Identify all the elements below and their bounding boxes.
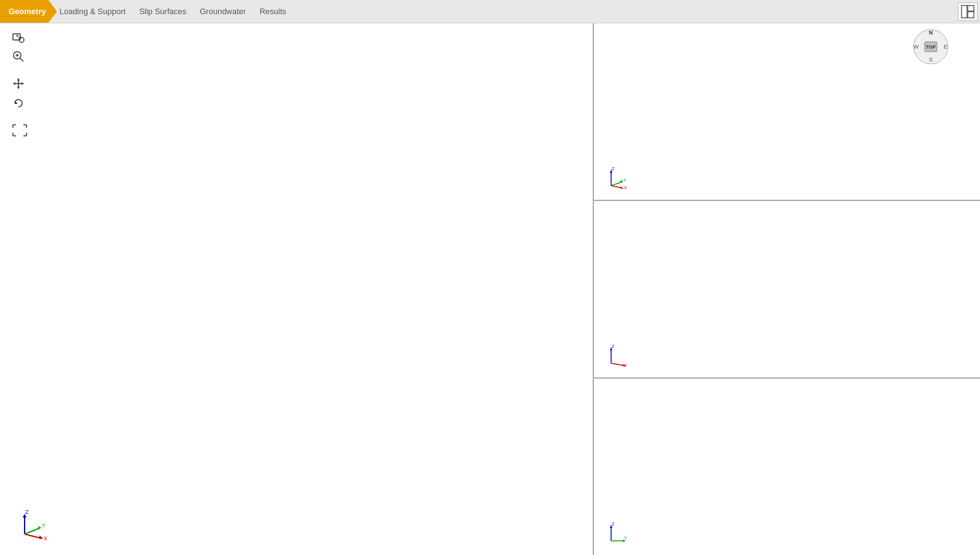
tab-geometry-label: Geometry	[9, 7, 46, 16]
tab-geometry[interactable]: Geometry	[0, 0, 57, 23]
tab-loading-support-label: Loading & Support	[60, 7, 126, 16]
tab-groundwater-label: Groundwater	[200, 7, 246, 16]
svg-text:S: S	[929, 57, 933, 63]
svg-text:Y: Y	[623, 178, 626, 183]
rv1-axes: Z Y X	[604, 166, 628, 192]
svg-marker-18	[15, 101, 18, 104]
svg-text:E: E	[944, 44, 947, 50]
zoom-in-button[interactable]	[10, 48, 27, 65]
svg-line-55	[611, 363, 625, 366]
tab-loading-support[interactable]: Loading & Support	[51, 0, 137, 23]
svg-text:Y: Y	[42, 522, 45, 529]
fit-extents-button[interactable]	[10, 122, 30, 139]
svg-marker-17	[22, 82, 24, 85]
svg-text:N: N	[929, 30, 933, 36]
zoom-in-icon	[12, 50, 25, 63]
main-axes-indicator: Z X Y	[12, 506, 49, 545]
tab-slip-surfaces-label: Slip Surfaces	[139, 7, 186, 16]
main-content: Z X Y N S W E	[0, 23, 980, 555]
svg-text:TOP: TOP	[926, 44, 936, 50]
svg-text:Z: Z	[25, 509, 29, 515]
svg-text:Z: Z	[612, 167, 615, 171]
svg-text:Z: Z	[612, 522, 615, 526]
compass-svg: N S W E TOP	[912, 28, 949, 65]
right-viewport-3: Z Y	[594, 379, 980, 555]
rv3-axes: Z Y	[604, 521, 628, 548]
layout-button[interactable]	[958, 2, 978, 21]
rv3-axes-svg: Z Y	[604, 521, 628, 546]
tab-results-label: Results	[259, 7, 286, 16]
pan-button[interactable]	[10, 75, 27, 92]
reset-button[interactable]	[10, 95, 27, 112]
svg-marker-15	[17, 87, 20, 89]
compass-container: N S W E TOP	[912, 28, 949, 65]
svg-text:W: W	[914, 44, 919, 50]
right-viewport-2: Z X	[594, 201, 980, 379]
svg-line-30	[25, 534, 42, 538]
compass: N S W E TOP	[912, 28, 949, 65]
svg-text:Z: Z	[612, 344, 615, 348]
left-viewport: Z X Y	[0, 23, 594, 555]
rv1-axes-svg: Z Y X	[604, 166, 628, 191]
svg-text:X: X	[44, 535, 47, 541]
svg-rect-0	[962, 6, 967, 18]
svg-line-33	[25, 528, 40, 534]
svg-marker-50	[620, 186, 623, 189]
viewport-toolbar	[10, 28, 30, 139]
rv2-axes: Z X	[604, 344, 628, 370]
svg-marker-31	[39, 535, 43, 539]
svg-text:Y: Y	[624, 536, 627, 540]
rv2-axes-svg: Z X	[604, 344, 628, 368]
svg-text:X: X	[624, 363, 627, 368]
layout-icon	[961, 5, 974, 18]
zoom-window-icon	[12, 31, 25, 43]
svg-marker-16	[13, 82, 15, 85]
svg-line-46	[611, 182, 622, 186]
tab-groundwater[interactable]: Groundwater	[191, 0, 257, 23]
fit-extents-icon	[12, 124, 27, 136]
right-panel: N S W E TOP Z Y	[594, 23, 980, 555]
tab-bar: Geometry Loading & Support Slip Surfaces…	[0, 0, 980, 23]
zoom-window-button[interactable]	[10, 28, 27, 45]
svg-marker-14	[17, 78, 20, 81]
svg-line-11	[20, 58, 24, 62]
tab-slip-surfaces[interactable]: Slip Surfaces	[130, 0, 197, 23]
svg-text:X: X	[624, 186, 627, 190]
reset-icon	[12, 97, 25, 109]
main-axes-svg: Z X Y	[12, 506, 49, 543]
pan-icon	[12, 77, 25, 90]
svg-rect-2	[968, 12, 974, 18]
tab-results[interactable]: Results	[251, 0, 297, 23]
svg-rect-1	[968, 6, 974, 11]
